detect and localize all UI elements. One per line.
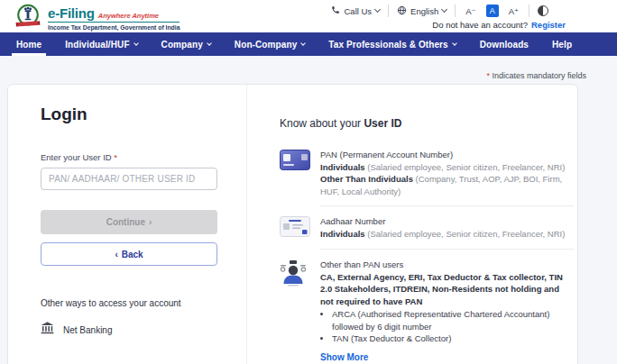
national-emblem-icon	[14, 3, 41, 33]
nav-item-home[interactable]: Home	[16, 32, 41, 56]
register-row: Do not have an account? Register	[432, 20, 566, 30]
bank-icon	[41, 322, 54, 338]
other-ways-label: Other ways to access your account	[41, 298, 217, 308]
know-item-title: PAN (Permanent Account Number)	[320, 149, 574, 161]
net-banking-label: Net Banking	[63, 325, 112, 335]
nav-item-downloads[interactable]: Downloads	[480, 32, 529, 56]
language-menu[interactable]: English	[397, 5, 447, 17]
efiling-logo[interactable]: e-Filing Anywhere Anytime Income Tax Dep…	[14, 3, 180, 33]
nav-item-individual-huf[interactable]: Individual/HUF	[65, 32, 137, 56]
divider	[529, 5, 530, 17]
divider	[320, 249, 574, 250]
know-item-pan: PAN (Permanent Account Number) Individua…	[280, 149, 574, 197]
main-navbar: Home Individual/HUF Company Non-Company …	[0, 32, 617, 56]
know-item-title: Aadhaar Number	[320, 215, 574, 228]
divider	[455, 5, 456, 17]
brand-subtitle: Income Tax Department, Government of Ind…	[48, 24, 180, 31]
know-item-other-than-pan: Other than PAN users CA, External Agency…	[280, 259, 574, 363]
font-default-button[interactable]: A	[486, 5, 499, 17]
call-us-menu[interactable]: Call Us	[331, 5, 380, 16]
brand-name: e-Filing	[48, 5, 95, 21]
know-item-line: Individuals (Salaried employee, Senior c…	[320, 161, 574, 174]
aadhaar-card-icon	[280, 215, 310, 241]
brand-tagline: Anywhere Anytime	[98, 12, 159, 20]
globe-icon	[397, 5, 407, 17]
nav-item-non-company[interactable]: Non-Company	[235, 32, 305, 56]
bullet-item: ARCA (Authorised Representative Chartere…	[332, 308, 574, 332]
account-prompt: Do not have an account?	[432, 20, 528, 30]
know-item-title: Other than PAN users	[320, 259, 574, 271]
nav-item-help[interactable]: Help	[552, 32, 572, 56]
divider	[320, 205, 574, 206]
chevron-left-icon: ‹	[115, 250, 117, 259]
language-label: English	[410, 6, 438, 16]
call-us-label: Call Us	[344, 6, 372, 16]
chevron-down-icon	[441, 6, 447, 13]
font-decrease-button[interactable]: A⁻	[464, 6, 477, 16]
header-controls: Call Us English A⁻ A A⁺	[331, 5, 548, 17]
know-about-title: Know about your User ID	[280, 117, 574, 130]
nav-item-tax-professionals[interactable]: Tax Professionals & Others	[328, 32, 456, 56]
login-panel: Login Enter your User ID * Continue › ‹ …	[8, 85, 247, 364]
page-title: Login	[41, 105, 217, 124]
nav-item-company[interactable]: Company	[161, 32, 211, 56]
user-id-label: Enter your User ID *	[41, 152, 217, 162]
know-item-line: Individuals (Salaried employee, Senior c…	[320, 228, 574, 241]
chevron-down-icon	[374, 6, 381, 13]
font-increase-button[interactable]: A⁺	[507, 6, 520, 16]
chevron-down-icon	[300, 41, 306, 46]
register-link[interactable]: Register	[531, 20, 566, 30]
mandatory-fields-note: * Indicates mandatory fields	[486, 71, 586, 80]
chevron-down-icon	[207, 41, 212, 46]
continue-button[interactable]: Continue ›	[41, 210, 217, 234]
chevron-down-icon	[134, 41, 139, 46]
know-about-panel: Know about your User ID PAN (Permanent A…	[247, 85, 577, 364]
chevron-right-icon: ›	[149, 217, 152, 227]
net-banking-option[interactable]: Net Banking	[41, 322, 217, 338]
show-more-link[interactable]: Show More	[320, 351, 368, 364]
bullet-item: TAN (Tax Deductor & Collector)	[332, 332, 574, 345]
top-header: e-Filing Anywhere Anytime Income Tax Dep…	[0, 0, 617, 32]
pan-card-icon	[280, 149, 310, 197]
chevron-down-icon	[452, 41, 457, 46]
know-item-bullets: ARCA (Authorised Representative Chartere…	[320, 308, 574, 345]
phone-icon	[331, 5, 340, 16]
contrast-toggle-icon[interactable]	[538, 5, 548, 16]
know-item-aadhaar: Aadhaar Number Individuals (Salaried emp…	[280, 215, 574, 241]
know-item-line: Other Than Individuals (Company, Trust, …	[320, 173, 574, 197]
person-icon	[280, 259, 310, 363]
back-button[interactable]: ‹ Back	[41, 242, 217, 266]
content-card: Login Enter your User ID * Continue › ‹ …	[7, 84, 578, 364]
divider	[388, 5, 389, 17]
user-id-input[interactable]	[41, 168, 217, 190]
know-item-bold-block: CA, External Agency, ERI, Tax Deductor &…	[320, 271, 574, 308]
